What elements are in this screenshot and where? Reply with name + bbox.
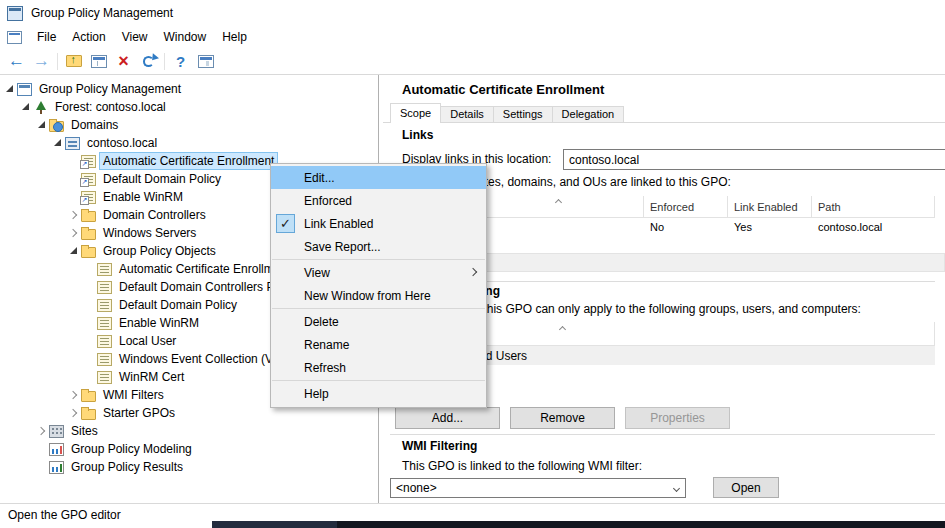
- tree-item-domains[interactable]: Domains: [0, 116, 378, 134]
- menu-view[interactable]: View: [114, 27, 156, 47]
- wmi-filtering-description: This GPO is linked to the following WMI …: [402, 459, 642, 473]
- add-button[interactable]: Add...: [395, 407, 500, 429]
- menu-window[interactable]: Window: [156, 27, 215, 47]
- collapse-icon[interactable]: [52, 137, 64, 149]
- tree-item-label: Windows Servers: [100, 225, 199, 241]
- gpo-icon: [97, 263, 112, 276]
- context-menu-item-delete[interactable]: Delete: [271, 310, 486, 333]
- up-one-level-button[interactable]: [61, 50, 86, 73]
- tree-item-root[interactable]: Group Policy Management: [0, 80, 378, 98]
- context-menu-item-save-report[interactable]: Save Report...: [271, 235, 486, 258]
- tree-item-sites[interactable]: Sites: [0, 422, 378, 440]
- tree-item-label: Automatic Certificate Enrollment: [116, 261, 293, 277]
- tab-delegation[interactable]: Delegation: [553, 106, 625, 122]
- ou-folder-icon: [81, 211, 96, 222]
- context-menu-item-link-enabled[interactable]: Link Enabled: [271, 212, 486, 235]
- section-divider: [390, 434, 935, 435]
- open-button[interactable]: Open: [713, 477, 779, 498]
- menu-action[interactable]: Action: [64, 27, 113, 47]
- location-combobox[interactable]: contoso.local: [563, 149, 945, 170]
- back-button[interactable]: [4, 50, 29, 73]
- table-row-cell-path[interactable]: contoso.local: [812, 218, 935, 233]
- expand-icon[interactable]: [68, 209, 80, 221]
- menu-separator: [272, 259, 485, 260]
- column-header-enforced[interactable]: Enforced: [644, 196, 728, 218]
- gpo-link-icon: [81, 155, 96, 168]
- help-button[interactable]: [168, 50, 193, 73]
- expander-spacer: [84, 317, 96, 329]
- menu-help[interactable]: Help: [214, 27, 255, 47]
- expand-icon[interactable]: [36, 425, 48, 437]
- remove-button[interactable]: Remove: [510, 407, 615, 429]
- toolbar: [0, 48, 945, 75]
- chevron-down-icon: [673, 485, 680, 492]
- show-console-tree-icon: [91, 55, 107, 68]
- tree-item-label: WMI Filters: [100, 387, 167, 403]
- expand-icon[interactable]: [68, 389, 80, 401]
- menu-file[interactable]: File: [29, 27, 64, 47]
- tab-settings[interactable]: Settings: [494, 106, 553, 122]
- tab-strip: Scope Details Settings Delegation: [390, 103, 624, 122]
- expander-spacer: [84, 371, 96, 383]
- taskbar-strip: [212, 521, 945, 528]
- tree-item-gp-modeling[interactable]: Group Policy Modeling: [0, 440, 378, 458]
- context-menu: Edit... Enforced Link Enabled Save Repor…: [270, 163, 487, 408]
- tab-scope[interactable]: Scope: [390, 103, 441, 123]
- collapse-icon[interactable]: [20, 101, 32, 113]
- collapse-icon[interactable]: [68, 245, 80, 257]
- forest-icon: [33, 101, 48, 114]
- modeling-icon: [49, 443, 64, 456]
- context-menu-item-rename[interactable]: Rename: [271, 333, 486, 356]
- tree-item-forest[interactable]: Forest: contoso.local: [0, 98, 378, 116]
- window-title: Group Policy Management: [31, 6, 173, 20]
- context-menu-item-view[interactable]: View: [271, 261, 486, 284]
- context-menu-item-refresh[interactable]: Refresh: [271, 356, 486, 379]
- menu-bar: File Action View Window Help: [0, 26, 945, 48]
- expander-spacer: [68, 155, 80, 167]
- ou-folder-icon: [81, 229, 96, 240]
- column-header-path[interactable]: Path: [812, 196, 935, 218]
- sort-ascending-icon: [555, 199, 562, 206]
- column-header-link-enabled[interactable]: Link Enabled: [728, 196, 812, 218]
- domains-folder-icon: [49, 121, 64, 132]
- tree-item-label: WinRM Cert: [116, 369, 187, 385]
- tree-item-label: Group Policy Results: [68, 459, 186, 475]
- expand-icon[interactable]: [68, 407, 80, 419]
- expand-icon[interactable]: [68, 227, 80, 239]
- tab-details[interactable]: Details: [441, 106, 494, 122]
- context-menu-item-enforced[interactable]: Enforced: [271, 189, 486, 212]
- wmi-filter-combobox[interactable]: <none>: [390, 478, 686, 498]
- forward-button[interactable]: [29, 50, 54, 73]
- show-console-tree-button[interactable]: [86, 50, 111, 73]
- tree-item-label: Group Policy Management: [36, 81, 184, 97]
- delete-button[interactable]: [111, 50, 136, 73]
- collapse-icon[interactable]: [4, 83, 16, 95]
- tree-item-domain-contoso[interactable]: contoso.local: [0, 134, 378, 152]
- table-row-cell-link-enabled[interactable]: Yes: [728, 218, 812, 233]
- help-icon: [176, 53, 185, 70]
- context-menu-item-edit[interactable]: Edit...: [271, 166, 486, 189]
- page-title: Automatic Certificate Enrollment: [402, 82, 604, 97]
- console-window-icon[interactable]: [7, 31, 22, 44]
- refresh-button[interactable]: [136, 50, 161, 73]
- tree-item-label: Group Policy Modeling: [68, 441, 195, 457]
- checkmark-icon: [276, 214, 295, 233]
- wmi-filtering-heading: WMI Filtering: [402, 439, 477, 453]
- context-menu-item-help[interactable]: Help: [271, 382, 486, 405]
- gpo-icon: [97, 299, 112, 312]
- expander-spacer: [84, 335, 96, 347]
- tree-item-gp-results[interactable]: Group Policy Results: [0, 458, 378, 476]
- tree-item-label: Local User: [116, 333, 179, 349]
- tree-item-label: Forest: contoso.local: [52, 99, 169, 115]
- refresh-icon: [141, 54, 156, 69]
- expander-spacer: [68, 173, 80, 185]
- tree-item-label: Enable WinRM: [116, 315, 202, 331]
- gpo-icon: [97, 317, 112, 330]
- folder-icon: [81, 409, 96, 420]
- tree-item-label: Domains: [68, 117, 121, 133]
- show-action-pane-button[interactable]: [193, 50, 218, 73]
- table-row-cell-enforced[interactable]: No: [644, 218, 728, 233]
- context-menu-item-new-window[interactable]: New Window from Here: [271, 284, 486, 307]
- tree-item-label: Default Domain Policy: [100, 171, 224, 187]
- collapse-icon[interactable]: [36, 119, 48, 131]
